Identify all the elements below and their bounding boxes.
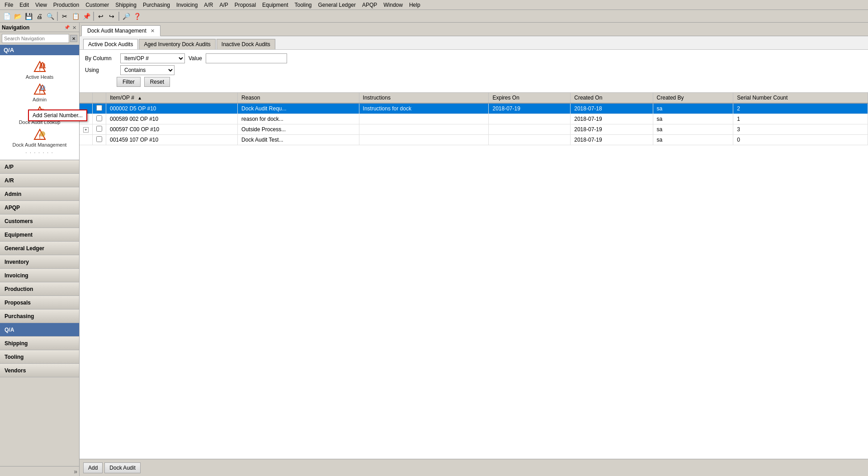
data-table: Item/OP # ▲ Reason Instructions Expires … xyxy=(80,93,868,145)
table-row[interactable]: 001459 107 OP #10 Dock Audit Test... 201… xyxy=(80,135,868,145)
using-select[interactable]: Contains Starts With Ends With Equals xyxy=(120,65,175,75)
sidebar-item-dock-audit-mgmt[interactable]: ! Dock Audit Management xyxy=(4,127,75,148)
filter-button[interactable]: Filter xyxy=(117,77,141,87)
col-reason[interactable]: Reason xyxy=(238,93,359,103)
sidebar-item-inventory[interactable]: Inventory xyxy=(0,255,79,269)
menu-edit[interactable]: Edit xyxy=(17,1,32,9)
sidebar-item-active-heats[interactable]: ! ! Active Heats xyxy=(4,59,75,81)
row-checkbox[interactable] xyxy=(96,115,102,121)
col-serial-count[interactable]: Serial Number Count xyxy=(733,93,868,103)
inner-tab-aged[interactable]: Aged Inventory Dock Audits xyxy=(139,39,215,49)
sidebar-item-purchasing[interactable]: Purchasing xyxy=(0,309,79,323)
row-created-by: sa xyxy=(653,103,733,114)
menu-equipment[interactable]: Equipment xyxy=(259,1,291,9)
sidebar-item-admin[interactable]: ! ! Admin xyxy=(4,81,75,103)
menu-help[interactable]: Help xyxy=(406,1,423,9)
sidebar-item-tooling[interactable]: Tooling xyxy=(0,350,79,364)
menu-file[interactable]: File xyxy=(2,1,16,9)
value-input[interactable] xyxy=(206,53,287,63)
sidebar-item-ar[interactable]: A/R xyxy=(0,174,79,187)
inner-tab-active[interactable]: Active Dock Audits xyxy=(83,39,138,49)
toolbar-print[interactable]: 🖨 xyxy=(34,11,44,21)
sidebar: Navigation 📌 ✕ ✕ Q/A ! ! Active H xyxy=(0,23,80,476)
menu-ar[interactable]: A/R xyxy=(201,1,216,9)
sidebar-item-ap[interactable]: A/P xyxy=(0,160,79,174)
sidebar-item-general-ledger[interactable]: General Ledger xyxy=(0,242,79,255)
dock-audit-button[interactable]: Dock Audit xyxy=(104,462,140,473)
toolbar-undo[interactable]: ↩ xyxy=(96,11,106,21)
sidebar-item-apqp[interactable]: APQP xyxy=(0,201,79,214)
menu-invoicing[interactable]: Invoicing xyxy=(174,1,200,9)
expand-btn[interactable]: + xyxy=(83,127,89,133)
sidebar-item-invoicing[interactable]: Invoicing xyxy=(0,269,79,282)
sidebar-close-btn[interactable]: ✕ xyxy=(71,25,77,31)
menu-view[interactable]: View xyxy=(33,1,50,9)
row-instructions xyxy=(359,135,489,145)
context-menu-add-serial[interactable]: Add Serial Number... xyxy=(29,110,80,120)
toolbar-new[interactable]: 📄 xyxy=(2,11,12,21)
col-created-by[interactable]: Created By xyxy=(653,93,733,103)
sidebar-item-vendors[interactable]: Vendors xyxy=(0,364,79,377)
tab-close-btn[interactable]: ✕ xyxy=(151,28,155,33)
sidebar-item-production[interactable]: Production xyxy=(0,282,79,296)
row-checkbox-cell xyxy=(93,124,106,135)
row-serial-count: 1 xyxy=(733,114,868,124)
col-created-on[interactable]: Created On xyxy=(571,93,653,103)
menu-production[interactable]: Production xyxy=(51,1,82,9)
menu-apqp[interactable]: APQP xyxy=(359,1,380,9)
bottom-bar: Add Dock Audit xyxy=(80,459,868,476)
table-row[interactable]: + 000597 C00 OP #10 Outside Process... 2… xyxy=(80,124,868,135)
sidebar-item-proposals[interactable]: Proposals xyxy=(0,296,79,309)
row-item-op: 000002 D5 OP #10 xyxy=(106,103,238,114)
row-checkbox[interactable] xyxy=(96,136,102,142)
toolbar-find[interactable]: 🔎 xyxy=(121,11,131,21)
sidebar-header: Navigation 📌 ✕ xyxy=(0,23,79,32)
search-input[interactable] xyxy=(2,34,69,43)
menu-shipping[interactable]: Shipping xyxy=(113,1,139,9)
table-row[interactable]: 000589 002 OP #10 reason for dock... 201… xyxy=(80,114,868,124)
toolbar-paste[interactable]: 📌 xyxy=(81,11,91,21)
row-checkbox[interactable] xyxy=(96,105,102,111)
menu-customer[interactable]: Customer xyxy=(83,1,112,9)
menu-general-ledger[interactable]: General Ledger xyxy=(316,1,359,9)
row-item-op: 000589 002 OP #10 xyxy=(106,114,238,124)
reset-button[interactable]: Reset xyxy=(144,77,170,87)
col-instructions[interactable]: Instructions xyxy=(359,93,489,103)
inner-tab-inactive[interactable]: Inactive Dock Audits xyxy=(217,39,275,49)
search-clear-btn[interactable]: ✕ xyxy=(70,35,77,42)
sidebar-item-qa[interactable]: Q/A xyxy=(0,323,79,337)
add-button[interactable]: Add xyxy=(83,462,103,473)
nav-footer: » xyxy=(0,466,79,476)
row-checkbox[interactable] xyxy=(96,126,102,132)
by-column-select[interactable]: Item/OP # Reason Instructions Expires On… xyxy=(120,53,185,63)
sidebar-item-customers[interactable]: Customers xyxy=(0,214,79,228)
toolbar-sep-1 xyxy=(57,12,58,21)
col-expires-on[interactable]: Expires On xyxy=(489,93,571,103)
sidebar-item-shipping[interactable]: Shipping xyxy=(0,337,79,350)
sidebar-item-admin[interactable]: Admin xyxy=(0,187,79,201)
toolbar-sep-3 xyxy=(118,12,119,21)
menu-proposal[interactable]: Proposal xyxy=(232,1,259,9)
row-item-op: 000597 C00 OP #10 xyxy=(106,124,238,135)
inner-tab-inactive-label: Inactive Dock Audits xyxy=(222,41,270,48)
toolbar-cut[interactable]: ✂ xyxy=(60,11,70,21)
col-item-op[interactable]: Item/OP # ▲ xyxy=(106,93,238,103)
menu-tooling[interactable]: Tooling xyxy=(292,1,314,9)
toolbar-copy[interactable]: 📋 xyxy=(71,11,80,21)
toolbar-open[interactable]: 📂 xyxy=(13,11,23,21)
sidebar-pin-btn[interactable]: 📌 xyxy=(63,25,71,31)
menu-ap[interactable]: A/P xyxy=(217,1,231,9)
filter-area: By Column Item/OP # Reason Instructions … xyxy=(80,50,868,93)
dock-audit-mgmt-label: Dock Audit Management xyxy=(13,142,67,148)
menu-window[interactable]: Window xyxy=(381,1,406,9)
tab-dock-audit-mgmt[interactable]: Dock Audit Management ✕ xyxy=(81,25,160,36)
table-row[interactable]: 000002 D5 OP #10 Dock Audit Requ... Inst… xyxy=(80,103,868,114)
toolbar-save[interactable]: 💾 xyxy=(24,11,33,21)
toolbar-redo[interactable]: ↪ xyxy=(107,11,117,21)
sidebar-item-equipment[interactable]: Equipment xyxy=(0,228,79,242)
menu-purchasing[interactable]: Purchasing xyxy=(140,1,173,9)
nav-expand-btn[interactable]: » xyxy=(74,468,77,475)
tab-bar: Dock Audit Management ✕ xyxy=(80,23,868,36)
toolbar-preview[interactable]: 🔍 xyxy=(45,11,55,21)
toolbar-help[interactable]: ❓ xyxy=(132,11,142,21)
